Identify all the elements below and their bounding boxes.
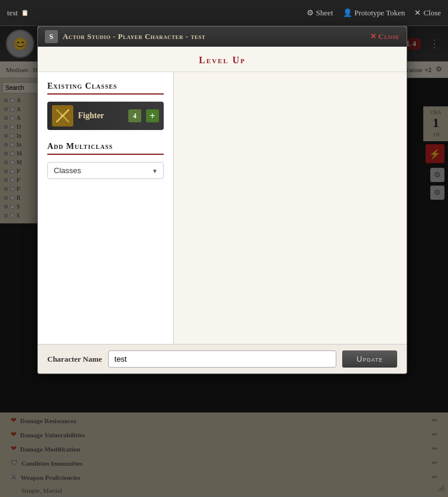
fighter-class-name: Fighter: [78, 111, 124, 121]
close-window-button[interactable]: ✕ Close: [414, 8, 441, 18]
add-multiclass-section: Add Multiclass Classes: [47, 142, 164, 179]
prototype-token-button[interactable]: 👤 Prototype Token: [343, 8, 405, 18]
add-multiclass-title: Add Multiclass: [47, 142, 164, 155]
gear-icon: ⚙: [307, 8, 314, 18]
update-button[interactable]: Update: [342, 350, 397, 368]
fighter-level-badge: 4: [128, 109, 141, 122]
fighter-class-icon: [52, 105, 73, 126]
actor-studio-title: Actor Studio - Player Character - test: [63, 32, 206, 41]
top-bar: test 📋 ⚙ Sheet 👤 Prototype Token ✕ Close: [0, 0, 448, 26]
character-name-label: Character Name: [47, 355, 102, 364]
actor-studio-icon: S: [45, 30, 58, 43]
add-fighter-level-button[interactable]: +: [146, 109, 159, 122]
left-panel: Existing Classes Fighter 4 + Add Multicl…: [38, 72, 174, 344]
top-bar-actions: ⚙ Sheet 👤 Prototype Token ✕ Close: [307, 8, 441, 18]
classes-select-wrapper: Classes: [47, 162, 164, 179]
classes-select[interactable]: Classes: [47, 162, 164, 179]
actor-studio-close-button[interactable]: ✕ Close: [370, 32, 400, 41]
right-panel: [174, 72, 407, 344]
sheet-button[interactable]: ⚙ Sheet: [307, 8, 333, 18]
actor-studio-window: S Actor Studio - Player Character - test…: [37, 26, 407, 374]
character-name-input[interactable]: [108, 350, 337, 368]
tab-icon: 📋: [21, 9, 28, 16]
x-icon: ✕: [370, 32, 377, 41]
person-icon: 👤: [343, 8, 352, 18]
tab-label[interactable]: test 📋: [7, 8, 28, 18]
svg-rect-2: [61, 115, 64, 116]
fighter-class-card: Fighter 4 +: [47, 102, 164, 130]
level-up-title: Level Up: [38, 47, 407, 72]
actor-studio-bottom: Character Name Update: [38, 344, 407, 373]
tab-test-label: test: [7, 8, 18, 18]
close-icon: ✕: [414, 8, 421, 18]
level-up-content: Existing Classes Fighter 4 + Add Multicl…: [38, 72, 407, 344]
actor-studio-header: S Actor Studio - Player Character - test…: [38, 27, 407, 47]
existing-classes-title: Existing Classes: [47, 82, 164, 95]
